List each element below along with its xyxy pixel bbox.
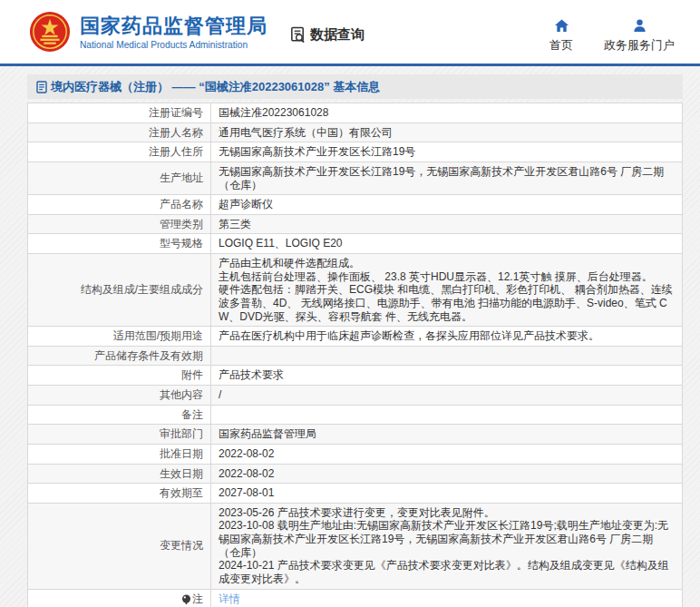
row-label: 有效期至 — [28, 484, 211, 504]
header-divider — [0, 64, 700, 66]
row-value: 详情 — [211, 589, 683, 607]
row-label: 注 — [28, 589, 211, 607]
row-label: 生产地址 — [28, 162, 211, 194]
row-label: 管理类别 — [28, 214, 211, 234]
table-row: 附件产品技术要求 — [28, 366, 683, 386]
row-value: 无锡国家高新技术产业开发区长江路19号 — [211, 142, 683, 162]
person-icon — [632, 18, 647, 34]
page-title: 境内医疗器械（注册） —— “国械注准20223061028” 基本信息 — [51, 79, 380, 95]
row-value: / — [211, 386, 683, 406]
row-value: 超声诊断仪 — [211, 195, 683, 215]
row-value: 产品技术要求 — [211, 366, 683, 386]
table-row: 适用范围/预期用途产品在医疗机构中用于临床超声诊断检查，各探头应用部位详见产品技… — [28, 327, 683, 347]
table-row: 生产地址无锡国家高新技术产业开发区长江路19号，无锡国家高新技术产业开发区君山路… — [28, 162, 683, 194]
content-panel: 境内医疗器械（注册） —— “国械注准20223061028” 基本信息 注册证… — [27, 74, 683, 607]
row-label: 注册人名称 — [28, 122, 211, 142]
table-row: 产品名称超声诊断仪 — [28, 195, 683, 215]
table-row: 变更情况2023-05-26 产品技术要求进行变更，变更对比表见附件。 2023… — [28, 503, 683, 589]
national-emblem-icon — [29, 11, 71, 53]
row-value: 无锡国家高新技术产业开发区长江路19号，无锡国家高新技术产业开发区君山路6号 厂… — [211, 162, 683, 194]
table-row: 管理类别第三类 — [28, 214, 683, 234]
site-title: 国家药品监督管理局 — [80, 15, 267, 38]
detail-link[interactable]: 详情 — [219, 592, 240, 605]
row-value: 2023-05-26 产品技术要求进行变更，变更对比表见附件。 2023-10-… — [211, 503, 683, 589]
row-value: 第三类 — [211, 214, 683, 234]
row-value: 通用电气医疗系统（中国）有限公司 — [211, 122, 683, 142]
row-label: 注册证编号 — [28, 103, 211, 123]
row-label: 审批部门 — [28, 425, 211, 445]
row-label: 产品名称 — [28, 195, 211, 215]
nav-portal-label: 政务服务门户 — [604, 37, 675, 54]
row-label: 批准日期 — [28, 444, 211, 464]
table-row: 注册人住所无锡国家高新技术产业开发区长江路19号 — [28, 142, 683, 162]
site-subtitle: National Medical Products Administration — [80, 40, 267, 50]
table-row: 产品储存条件及有效期 — [28, 346, 683, 366]
row-value — [211, 405, 683, 425]
data-query-label: 数据查询 — [310, 26, 365, 44]
table-row: 注册证编号国械注准20223061028 — [28, 103, 683, 123]
row-label: 附件 — [28, 366, 211, 386]
row-label: 型号规格 — [28, 234, 211, 254]
note-icon — [181, 594, 191, 604]
document-icon — [36, 81, 47, 93]
info-table-body: 注册证编号国械注准20223061028注册人名称通用电气医疗系统（中国）有限公… — [28, 103, 683, 607]
row-value — [211, 346, 683, 366]
table-row: 有效期至2027-08-01 — [28, 484, 683, 504]
row-value: 国家药品监督管理局 — [211, 425, 683, 445]
row-value: 产品在医疗机构中用于临床超声诊断检查，各探头应用部位详见产品技术要求。 — [211, 327, 683, 347]
home-icon — [554, 18, 569, 34]
row-label: 变更情况 — [28, 503, 211, 589]
site-header: 国家药品监督管理局 National Medical Products Admi… — [0, 0, 700, 64]
table-row: 其他内容/ — [28, 386, 683, 406]
row-label: 备注 — [28, 405, 211, 425]
row-label: 注册人住所 — [28, 142, 211, 162]
registration-info-table: 注册证编号国械注准20223061028注册人名称通用电气医疗系统（中国）有限公… — [27, 103, 683, 607]
document-search-icon — [289, 26, 306, 44]
nav-home[interactable]: 首页 — [549, 18, 573, 54]
table-row: 型号规格LOGIQ E11、LOGIQ E20 — [28, 234, 683, 254]
row-label: 产品储存条件及有效期 — [28, 346, 211, 366]
table-row: 注详情 — [28, 589, 683, 607]
brand-block: 国家药品监督管理局 National Medical Products Admi… — [80, 15, 267, 50]
row-value: 国械注准20223061028 — [211, 103, 683, 123]
row-value: 2027-08-01 — [211, 484, 683, 504]
data-query-entry[interactable]: 数据查询 — [289, 26, 365, 44]
row-label: 其他内容 — [28, 386, 211, 406]
top-nav: 首页 政务服务门户 — [549, 18, 675, 54]
nav-home-label: 首页 — [549, 37, 573, 54]
row-value: LOGIQ E11、LOGIQ E20 — [211, 234, 683, 254]
row-label: 适用范围/预期用途 — [28, 327, 211, 347]
row-label: 结构及组成/主要组成成分 — [28, 254, 211, 327]
table-row: 审批部门国家药品监督管理局 — [28, 425, 683, 445]
nav-portal[interactable]: 政务服务门户 — [604, 18, 675, 54]
row-value: 2022-08-02 — [211, 444, 683, 464]
row-value: 产品由主机和硬件选配组成。 主机包括前台处理器、操作面板、 23.8 英寸HDU… — [211, 254, 683, 327]
table-row: 结构及组成/主要组成成分产品由主机和硬件选配组成。 主机包括前台处理器、操作面板… — [28, 254, 683, 327]
table-row: 批准日期2022-08-02 — [28, 444, 683, 464]
table-row: 备注 — [28, 405, 683, 425]
row-value: 2022-08-02 — [211, 464, 683, 484]
table-row: 注册人名称通用电气医疗系统（中国）有限公司 — [28, 122, 683, 142]
row-label: 生效日期 — [28, 464, 211, 484]
page-title-bar: 境内医疗器械（注册） —— “国械注准20223061028” 基本信息 — [27, 74, 683, 99]
table-row: 生效日期2022-08-02 — [28, 464, 683, 484]
